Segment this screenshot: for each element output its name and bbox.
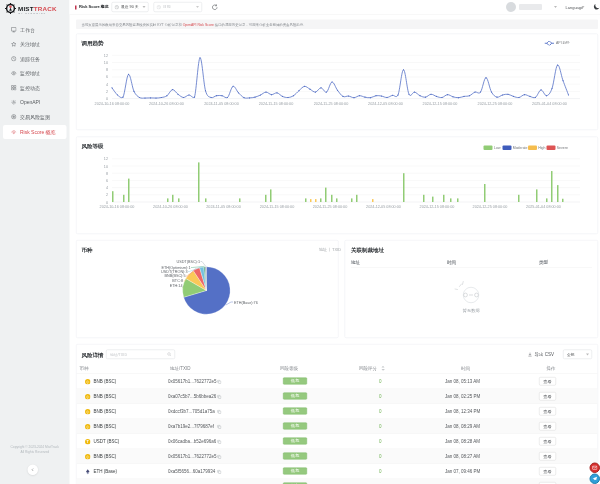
svg-text:2024-11-25 08:00:00: 2024-11-25 08:00:00: [314, 102, 349, 106]
svg-text:2025-01-04 08:00:00: 2025-01-04 08:00:00: [532, 102, 567, 106]
svg-text:8: 8: [106, 68, 108, 72]
svg-text:2024-12-05 08:00:00: 2024-12-05 08:00:00: [366, 205, 401, 209]
svg-text:MISTTRACK: MISTTRACK: [18, 5, 57, 12]
svg-text:2024-11-15 08:00:00: 2024-11-15 08:00:00: [259, 102, 294, 106]
svg-text:12: 12: [104, 157, 108, 161]
svg-text:2024-10-16 08:00:00: 2024-10-16 08:00:00: [95, 102, 130, 106]
svg-text:2024-12-25 08:00:00: 2024-12-25 08:00:00: [478, 102, 513, 106]
svg-text:2024-12-15 08:00:00: 2024-12-15 08:00:00: [420, 205, 455, 209]
svg-text:2024-12-15 08:00:00: 2024-12-15 08:00:00: [423, 102, 458, 106]
svg-text:2: 2: [106, 193, 108, 197]
svg-text:2024-10-16 08:00:00: 2024-10-16 08:00:00: [100, 205, 135, 209]
svg-text:10: 10: [104, 165, 108, 169]
svg-text:2: 2: [106, 90, 108, 94]
svg-text:6: 6: [106, 75, 108, 79]
svg-text:2024-11-05 08:00:00: 2024-11-05 08:00:00: [206, 205, 241, 209]
svg-text:8: 8: [106, 172, 108, 176]
svg-text:10: 10: [104, 61, 108, 65]
svg-text:0: 0: [106, 201, 108, 205]
svg-text:4: 4: [106, 186, 108, 190]
svg-text:2024-11-05 08:00:00: 2024-11-05 08:00:00: [204, 102, 239, 106]
svg-text:2024-11-15 08:00:00: 2024-11-15 08:00:00: [260, 205, 295, 209]
svg-text:2024-12-05 08:00:00: 2024-12-05 08:00:00: [368, 102, 403, 106]
svg-text:ETH(Base):76: ETH(Base):76: [234, 301, 258, 305]
svg-text:2024-10-26 08:00:00: 2024-10-26 08:00:00: [153, 205, 188, 209]
svg-text:2025-01-04 08:00:00: 2025-01-04 08:00:00: [526, 205, 561, 209]
svg-text:2024-11-25 08:00:00: 2024-11-25 08:00:00: [313, 205, 348, 209]
svg-text:BY SLOWMIST: BY SLOWMIST: [19, 12, 46, 14]
svg-text:BNB(BSC):5: BNB(BSC):5: [164, 274, 185, 278]
svg-text:0: 0: [106, 97, 108, 101]
svg-text:2024-12-25 08:00:00: 2024-12-25 08:00:00: [473, 205, 508, 209]
svg-text:2024-10-26 08:00:00: 2024-10-26 08:00:00: [149, 102, 184, 106]
svg-text:6: 6: [106, 179, 108, 183]
svg-text:4: 4: [106, 83, 108, 87]
svg-text:USDT(TRON):3: USDT(TRON):3: [161, 270, 187, 274]
svg-text:12: 12: [104, 54, 108, 58]
svg-text:ETH:14: ETH:14: [170, 284, 183, 288]
svg-text:BTC:8: BTC:8: [172, 279, 183, 283]
svg-text:USDT(BSC):1: USDT(BSC):1: [176, 260, 200, 264]
